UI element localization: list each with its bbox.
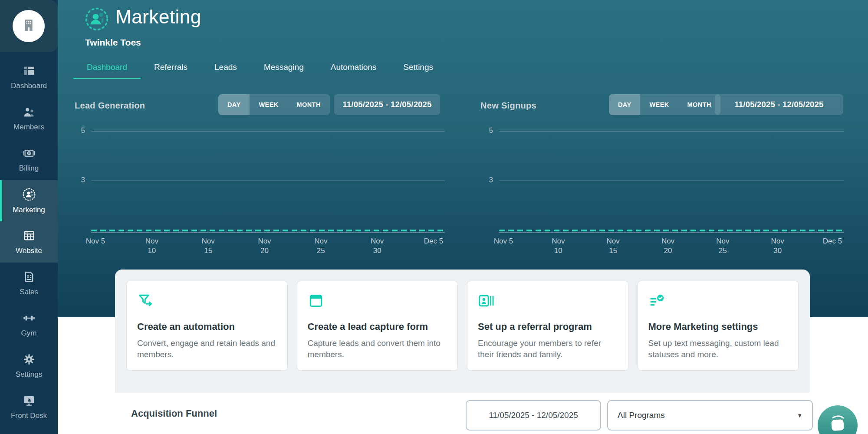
toggle-month[interactable]: MONTH [288,94,330,115]
billing-icon: $ [23,147,36,161]
sidebar-item-label: Settings [16,370,42,379]
x-tick: Nov 20 [253,237,276,256]
x-tick: Nov 10 [547,237,569,256]
sidebar-item-settings[interactable]: Settings [0,345,58,386]
account-name: Twinkle Toes [85,37,141,48]
y-tick: 3 [478,176,493,184]
sidebar-item-front-desk[interactable]: Front Desk [0,386,58,427]
main-content: Marketing Twinkle Toes Dashboard Referra… [58,0,868,434]
lead-capture-form-icon [308,303,324,310]
marketing-settings-icon [648,303,665,310]
tab-messaging[interactable]: Messaging [250,56,317,79]
x-tick: Dec 5 [821,237,844,246]
building-icon [21,17,36,35]
new-signups-date-range[interactable]: 11/05/2025 - 12/05/2025 [715,94,843,115]
toggle-week[interactable]: WEEK [250,94,287,115]
x-tick: Nov 15 [197,237,220,256]
sidebar-item-label: Website [16,247,42,255]
website-icon [23,229,36,244]
card-title: Create a lead capture form [308,321,447,332]
gym-logo-button[interactable] [13,10,45,42]
acquisition-funnel-title: Acquisition Funnel [131,408,217,419]
more-marketing-settings-card[interactable]: More Marketing settings Set up text mess… [638,281,799,371]
sidebar-item-marketing[interactable]: Marketing [0,180,58,221]
zero-value-series-line [91,230,445,231]
sidebar-item-label: Dashboard [11,82,47,90]
referral-program-card[interactable]: Set up a referral program Encourage your… [467,281,628,371]
x-axis-ticks: Nov 5 Nov 10 Nov 15 Nov 20 Nov 25 Nov 30… [95,237,434,259]
x-tick: Nov 20 [657,237,679,256]
funnel-date-range-input[interactable]: 11/05/2025 - 12/05/2025 [466,400,601,431]
x-tick: Nov 5 [84,237,107,246]
sidebar-item-gym[interactable]: Gym [0,304,58,345]
referral-program-icon [478,303,494,310]
tab-automations[interactable]: Automations [317,56,390,79]
tab-referrals[interactable]: Referrals [141,56,201,79]
card-description: Convert, engage and retain leads and mem… [137,338,277,360]
sidebar-item-members[interactable]: Members [0,98,58,139]
quick-actions-panel: Create an automation Convert, engage and… [115,270,810,393]
action-cards: Create an automation Convert, engage and… [126,281,799,371]
card-title: Set up a referral program [478,321,618,332]
lead-generation-title: Lead Generation [75,101,145,111]
sidebar-item-billing[interactable]: $ Billing [0,139,58,180]
marketing-icon [22,187,36,203]
gridline [499,131,844,132]
marketing-tabs: Dashboard Referrals Leads Messaging Auto… [73,56,447,79]
dashboard-icon [23,64,36,79]
sidebar-nav: Dashboard Members $ Billing Marketin [0,56,58,427]
sidebar-item-website[interactable]: Website [0,221,58,263]
selected-program: All Programs [618,411,665,420]
marketing-dashboard-page: Dashboard Members $ Billing Marketin [0,0,868,434]
toggle-month[interactable]: MONTH [678,94,720,115]
x-tick: Nov 25 [309,237,332,256]
x-tick: Nov 30 [366,237,388,256]
toggle-week[interactable]: WEEK [640,94,678,115]
tab-leads[interactable]: Leads [201,56,250,79]
x-tick: Nov 25 [711,237,734,256]
gridline [499,181,844,181]
sidebar-item-sales[interactable]: $ Sales [0,263,58,304]
lead-generation-interval-toggle: DAY WEEK MONTH [218,94,330,115]
active-indicator-bar [0,180,2,221]
gridline [91,131,445,132]
chevron-down-icon: ▼ [797,412,802,419]
sidebar-item-label: Members [13,123,44,132]
y-tick: 5 [70,126,85,135]
create-lead-capture-form-card[interactable]: Create a lead capture form Capture leads… [297,281,458,371]
x-axis-ticks: Nov 5 Nov 10 Nov 15 Nov 20 Nov 25 Nov 30… [503,237,832,259]
toggle-day[interactable]: DAY [609,94,640,115]
tab-dashboard[interactable]: Dashboard [73,56,141,79]
tab-settings[interactable]: Settings [390,56,447,79]
card-title: More Marketing settings [648,321,788,332]
sidebar-item-dashboard[interactable]: Dashboard [0,56,58,98]
sidebar-header [0,0,58,52]
front-desk-icon [23,394,36,409]
sidebar-item-label: Marketing [13,206,45,214]
sidebar-item-label: Billing [19,164,39,173]
create-automation-card[interactable]: Create an automation Convert, engage and… [126,281,288,371]
x-tick: Nov 5 [492,237,515,246]
gym-icon [23,312,36,326]
lead-generation-chart: 5 3 Nov 5 Nov 10 Nov 15 Nov 20 Nov 25 No… [91,127,445,261]
sales-icon: $ [23,270,36,285]
x-tick: Dec 5 [422,237,445,246]
y-tick: 3 [70,176,85,184]
y-tick: 5 [478,126,493,135]
automation-funnel-icon [137,303,154,310]
funnel-program-select[interactable]: All Programs ▼ [607,400,813,431]
sidebar-item-label: Gym [21,329,37,338]
chat-bubble-icon [826,413,849,434]
toggle-day[interactable]: DAY [218,94,250,115]
new-signups-title: New Signups [480,101,536,111]
new-signups-interval-toggle: DAY WEEK MONTH [609,94,720,115]
lead-generation-date-range[interactable]: 11/05/2025 - 12/05/2025 [334,94,440,115]
zero-value-series-line [499,230,844,231]
svg-text:$: $ [26,274,29,278]
x-axis-line [499,232,844,233]
x-tick: Nov 30 [766,237,789,256]
card-description: Capture leads and convert them into memb… [308,338,447,360]
card-title: Create an automation [137,321,277,332]
marketing-people-icon [85,7,109,33]
sidebar: Dashboard Members $ Billing Marketin [0,0,58,434]
